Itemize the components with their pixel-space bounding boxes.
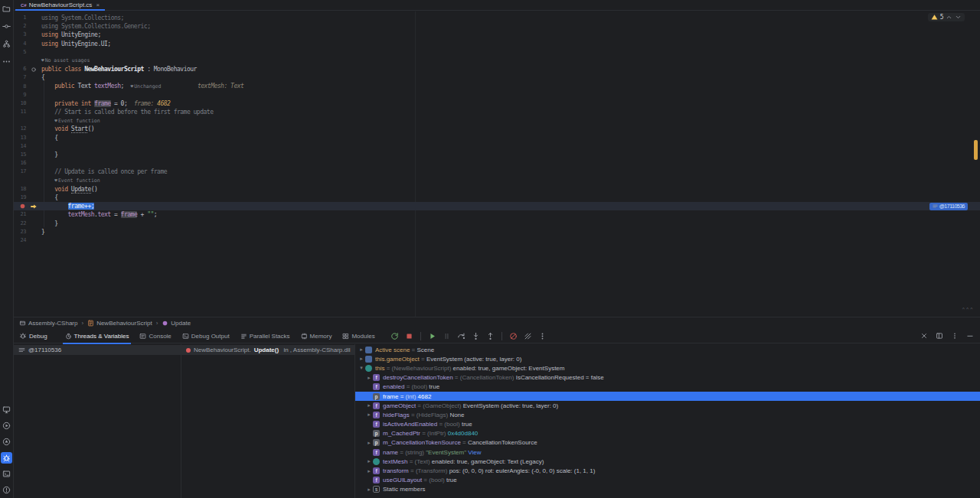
- line-number[interactable]: 9: [14, 91, 26, 99]
- resume-button[interactable]: [427, 331, 437, 341]
- chevron-right-icon[interactable]: ▸: [365, 402, 373, 408]
- code-line[interactable]: ♥No asset usages: [14, 57, 980, 65]
- tab-debug-output[interactable]: Debug Output: [177, 329, 235, 343]
- pause-button[interactable]: [442, 331, 452, 341]
- code-line[interactable]: ♥Event function: [14, 116, 980, 125]
- chevron-right-icon[interactable]: ▸: [358, 347, 365, 353]
- code-line[interactable]: 2using System.Collections.Generic;: [14, 22, 980, 31]
- code-line[interactable]: 21 textMesh.text = frame + "";: [14, 210, 980, 219]
- hide-button[interactable]: [965, 331, 975, 341]
- gutter[interactable]: [26, 67, 41, 73]
- terminal-tool-button[interactable]: [1, 468, 12, 480]
- step-over-button[interactable]: [456, 331, 466, 341]
- variable-row[interactable]: fisActiveAndEnabled = (bool) true: [355, 420, 980, 429]
- more-tool-windows-button[interactable]: [1, 56, 12, 67]
- code-line[interactable]: 12 void Start(): [14, 125, 980, 133]
- variable-row[interactable]: pframe = (int) 4682: [355, 392, 980, 401]
- line-number[interactable]: 1: [14, 14, 26, 22]
- thread-row[interactable]: @17110536: [14, 345, 181, 355]
- close-button[interactable]: [919, 331, 929, 341]
- tab-threads-variables[interactable]: Threads & Variables: [60, 329, 135, 343]
- mute-breakpoints-button[interactable]: [508, 331, 518, 341]
- gutter[interactable]: [26, 203, 41, 210]
- inheritance-marker-icon[interactable]: [31, 67, 37, 73]
- line-number[interactable]: 15: [14, 151, 26, 159]
- line-number[interactable]: 5: [14, 48, 26, 57]
- prev-warning-icon[interactable]: [946, 14, 952, 21]
- vcs-commit-tool-button[interactable]: [1, 21, 12, 32]
- line-number[interactable]: 24: [14, 236, 26, 245]
- code-line[interactable]: 14: [14, 142, 980, 151]
- view-breakpoints-button[interactable]: [523, 331, 533, 341]
- code-line[interactable]: 4using UnityEngine.UI;: [14, 40, 980, 48]
- code-line[interactable]: 8 public Text textMesh; ♥Unchanged textM…: [14, 83, 980, 91]
- code-line[interactable]: frame++;@17110536: [14, 202, 980, 210]
- tab-newbehaviourscript[interactable]: C# NewBehaviourScript.cs ×: [15, 0, 105, 10]
- chevron-right-icon[interactable]: ▸: [365, 412, 373, 418]
- tab-parallel-stacks[interactable]: Parallel Stacks: [235, 329, 296, 343]
- variable-row[interactable]: ▸sStatic members: [355, 485, 980, 494]
- code-line[interactable]: 7{: [14, 73, 980, 82]
- debug-tool-button[interactable]: [1, 452, 12, 464]
- variable-row[interactable]: ▸ftransform = (Transform) pos: (0, 0, 0)…: [355, 466, 980, 475]
- code-line[interactable]: 6public class NewBehaviourScript : MonoB…: [14, 65, 980, 73]
- tab-console[interactable]: Console: [134, 329, 176, 343]
- line-number[interactable]: 12: [14, 125, 26, 133]
- line-number[interactable]: 6: [14, 65, 26, 73]
- line-number[interactable]: 4: [14, 40, 26, 48]
- more-actions-button[interactable]: [537, 331, 547, 341]
- variable-row[interactable]: ▾this = (NewBehaviourScript) enabled: tr…: [355, 363, 980, 373]
- code-line[interactable]: 10 private int frame = 0; frame: 4682: [14, 99, 980, 108]
- chevron-down-icon[interactable]: ▾: [358, 365, 365, 371]
- line-number[interactable]: 23: [14, 228, 26, 236]
- line-number[interactable]: 21: [14, 210, 26, 219]
- line-number[interactable]: 22: [14, 220, 26, 228]
- code-line[interactable]: 1using System.Collections;: [14, 14, 980, 22]
- close-tab-icon[interactable]: ×: [96, 2, 100, 8]
- code-line[interactable]: 17 // Update is called once per frame: [14, 168, 980, 176]
- chevron-right-icon[interactable]: ▸: [365, 458, 373, 464]
- breakpoint-icon[interactable]: [19, 203, 26, 210]
- breadcrumb-assembly[interactable]: Assembly-CSharp: [19, 320, 77, 327]
- code-line[interactable]: 5: [14, 48, 980, 57]
- tab-modules[interactable]: Modules: [337, 329, 380, 343]
- line-number[interactable]: 7: [14, 73, 26, 82]
- line-number[interactable]: 19: [14, 194, 26, 202]
- line-number[interactable]: 18: [14, 185, 26, 194]
- rerun-debug-button[interactable]: [390, 331, 400, 341]
- variable-row[interactable]: ▸Active scene = Scene: [355, 345, 980, 354]
- project-tool-button[interactable]: [1, 3, 12, 15]
- code-line[interactable]: 22 }: [14, 220, 980, 228]
- variable-row[interactable]: ▸fdestroyCancellationToken = (Cancellati…: [355, 373, 980, 382]
- stack-frame-row[interactable]: NewBehaviourScript.Update() in , Assembl…: [181, 345, 354, 355]
- variable-row[interactable]: ▸fhideFlags = (HideFlags) None: [355, 410, 980, 419]
- code-line[interactable]: 9: [14, 91, 980, 99]
- chevron-right-icon[interactable]: ▸: [365, 468, 373, 474]
- variable-row[interactable]: fenabled = (bool) true: [355, 382, 980, 392]
- structure-tool-button[interactable]: [1, 38, 12, 50]
- line-number[interactable]: 10: [14, 99, 26, 108]
- code-line[interactable]: 18 void Update(): [14, 185, 980, 194]
- chevron-right-icon[interactable]: ▸: [365, 375, 373, 381]
- breadcrumb-class[interactable]: NewBehaviourScript: [87, 320, 152, 327]
- stop-button[interactable]: [404, 331, 414, 341]
- line-number[interactable]: 17: [14, 168, 26, 176]
- variable-row[interactable]: pm_CachedPtr = (IntPtr) 0x4d0d840: [355, 429, 980, 438]
- run-tool-button[interactable]: [1, 420, 12, 431]
- more-options-button[interactable]: [949, 331, 959, 341]
- chevron-right-icon[interactable]: ▸: [365, 487, 373, 493]
- variable-value[interactable]: View: [468, 449, 481, 456]
- variable-row[interactable]: fname = (string) "EventSystem" View: [355, 448, 980, 457]
- unity-console-tool-button[interactable]: [1, 404, 12, 415]
- code-line[interactable]: 13 {: [14, 134, 980, 142]
- code-line[interactable]: 3using UnityEngine;: [14, 31, 980, 39]
- chevron-right-icon[interactable]: ▸: [365, 440, 373, 446]
- code-line[interactable]: ♥Event function: [14, 177, 980, 185]
- variable-row[interactable]: fuseGUILayout = (bool) true: [355, 476, 980, 485]
- code-line[interactable]: 16: [14, 159, 980, 168]
- code-line[interactable]: 11 // Start is called before the first f…: [14, 108, 980, 116]
- tab-memory[interactable]: Memory: [296, 329, 338, 343]
- variable-row[interactable]: ▸pm_CancellationTokenSource = Cancellati…: [355, 438, 980, 448]
- line-number[interactable]: 3: [14, 31, 26, 39]
- scrollbar-warning-mark[interactable]: [974, 140, 978, 160]
